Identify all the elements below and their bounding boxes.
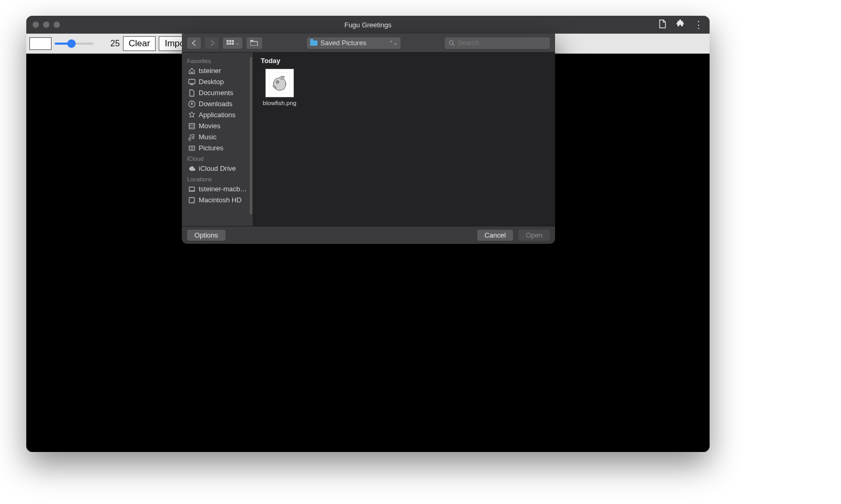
download-icon	[188, 100, 196, 108]
sidebar-item-label: Desktop	[199, 78, 224, 86]
nav-forward-button[interactable]	[205, 37, 219, 49]
svg-line-26	[284, 79, 285, 80]
svg-point-21	[193, 201, 194, 202]
open-button[interactable]: Open	[518, 230, 550, 241]
sidebar-section-header: Favorites	[182, 56, 253, 65]
desktop-icon	[188, 78, 196, 86]
home-icon	[188, 67, 196, 75]
file-thumbnail	[265, 69, 294, 97]
dialog-toolbar: ⌵ Saved Pictures ⌃⌄	[182, 34, 555, 53]
sidebar-item[interactable]: Downloads	[182, 98, 253, 109]
sidebar-item-label: Documents	[199, 89, 233, 97]
sidebar-item[interactable]: tsteiner-macb…	[182, 183, 253, 194]
sidebar-item-label: iCloud Drive	[199, 164, 236, 172]
sidebar-item-label: Music	[199, 133, 217, 141]
file-item[interactable]: blowfish.png	[261, 69, 299, 106]
music-icon	[188, 133, 196, 141]
sidebar-item-label: Pictures	[199, 144, 223, 152]
sidebar-item-label: Applications	[199, 111, 235, 119]
svg-line-25	[274, 79, 275, 80]
sidebar-item[interactable]: Macintosh HD	[182, 194, 253, 205]
color-swatch[interactable]	[29, 37, 52, 50]
search-icon	[449, 40, 455, 46]
svg-rect-16	[189, 146, 194, 150]
sidebar-item-label: Movies	[199, 122, 220, 130]
titlebar: Fugu Greetings ⋮	[26, 16, 710, 34]
sidebar-item[interactable]: Movies	[182, 120, 253, 131]
svg-rect-4	[229, 43, 231, 45]
svg-point-23	[276, 81, 279, 84]
file-name: blowfish.png	[261, 100, 299, 106]
laptop-icon	[188, 186, 196, 193]
sidebar-item[interactable]: Applications	[182, 109, 253, 120]
file-browser[interactable]: Today blowfish.png	[253, 53, 555, 226]
chevron-updown-icon: ⌃⌄	[389, 40, 397, 46]
svg-rect-2	[232, 40, 234, 42]
sidebar-item-label: Macintosh HD	[199, 196, 242, 204]
group-heading: Today	[261, 57, 548, 65]
search-input[interactable]	[458, 39, 546, 47]
cloud-icon	[188, 165, 196, 172]
location-label: Saved Pictures	[321, 39, 366, 47]
apps-icon	[188, 111, 196, 119]
sidebar-item[interactable]: Desktop	[182, 76, 253, 87]
app-window: Fugu Greetings ⋮ 25 Clear Import Export	[26, 16, 710, 452]
svg-point-24	[277, 81, 278, 83]
pictures-icon	[188, 145, 196, 152]
svg-rect-0	[227, 40, 229, 42]
svg-line-9	[453, 44, 454, 45]
search-field[interactable]	[445, 37, 550, 49]
sidebar-item[interactable]: Documents	[182, 87, 253, 98]
sidebar-item-label: Downloads	[199, 100, 232, 108]
svg-point-22	[273, 78, 286, 90]
cancel-button[interactable]: Cancel	[477, 230, 513, 241]
sidebar-item[interactable]: tsteiner	[182, 65, 253, 76]
svg-rect-5	[232, 43, 234, 45]
movies-icon	[188, 122, 196, 130]
nav-back-button[interactable]	[187, 37, 201, 49]
location-dropdown[interactable]: Saved Pictures ⌃⌄	[307, 37, 401, 49]
brush-size-value: 25	[110, 39, 120, 48]
svg-point-17	[191, 147, 193, 149]
chevron-down-icon: ⌵	[236, 40, 239, 46]
svg-line-28	[284, 88, 285, 89]
svg-rect-6	[250, 42, 258, 46]
dialog-sidebar: FavoriteststeinerDesktopDocumentsDownloa…	[182, 53, 253, 226]
window-title: Fugu Greetings	[26, 21, 710, 29]
doc-icon	[188, 89, 196, 97]
brush-size-slider[interactable]	[55, 43, 106, 45]
dialog-footer: Options Cancel Open	[182, 226, 555, 244]
svg-rect-3	[227, 43, 229, 45]
svg-rect-1	[229, 40, 231, 42]
sidebar-item[interactable]: iCloud Drive	[182, 163, 253, 174]
file-open-dialog: ⌵ Saved Pictures ⌃⌄ FavoriteststeinerDes…	[182, 34, 555, 244]
sidebar-item-label: tsteiner	[199, 67, 221, 75]
svg-point-8	[449, 40, 453, 44]
svg-rect-7	[250, 40, 253, 42]
sidebar-item-label: tsteiner-macb…	[199, 185, 247, 193]
svg-rect-18	[189, 187, 194, 191]
sidebar-section-header: Locations	[182, 174, 253, 183]
sidebar-section-header: iCloud	[182, 153, 253, 163]
view-mode-button[interactable]: ⌵	[223, 37, 242, 49]
folder-icon	[310, 40, 317, 46]
disk-icon	[188, 197, 196, 204]
scrollbar[interactable]	[250, 57, 252, 214]
svg-rect-13	[189, 124, 194, 129]
sidebar-item[interactable]: Pictures	[182, 142, 253, 153]
sidebar-item[interactable]: Music	[182, 131, 253, 142]
clear-button[interactable]: Clear	[123, 36, 156, 51]
group-button[interactable]	[247, 37, 262, 49]
svg-rect-10	[189, 79, 195, 84]
options-button[interactable]: Options	[187, 230, 225, 241]
